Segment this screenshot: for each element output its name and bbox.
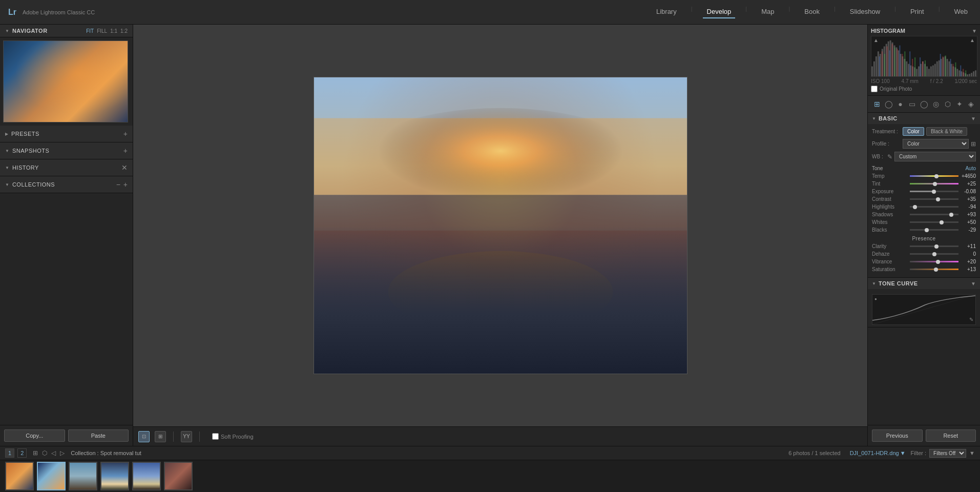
treatment-bw-btn[interactable]: Black & White [926,127,967,136]
profile-select[interactable]: Color [903,139,969,149]
treatment-color-btn[interactable]: Color [903,127,924,136]
collections-add-icon[interactable]: + [123,180,128,189]
film-thumb-1[interactable] [5,462,34,490]
histogram-clip-highlights[interactable]: ▲ [970,37,975,43]
filmstrip-nav-prev[interactable]: ◁ [50,448,57,458]
film-thumb-6[interactable] [164,462,193,490]
nav-map[interactable]: Map [757,6,778,18]
film-thumb-2[interactable] [37,462,66,490]
whites-track[interactable] [910,221,958,223]
wb-select[interactable]: Custom [894,152,976,161]
filter-area: Filter : Filters Off ▼ [911,449,975,458]
basic-panel-header[interactable]: ▼ Basic ▼ [868,113,980,124]
highlights-track[interactable] [910,206,958,208]
blacks-thumb[interactable] [925,228,929,232]
1-1-button[interactable]: 1:1 [110,28,117,34]
temp-track[interactable] [910,175,958,177]
histogram-title: Histogram [871,28,905,34]
temp-thumb[interactable] [934,174,939,178]
history-clear-icon[interactable]: ✕ [121,163,128,172]
tint-track[interactable] [910,183,958,184]
lens-correction-tool[interactable]: ◎ [930,98,942,110]
filmstrip-num-1[interactable]: 1 [5,448,14,458]
film-thumb-3[interactable] [69,462,97,490]
presets-add-icon[interactable]: + [123,130,128,138]
presets-header[interactable]: ▶ Presets + [0,126,133,142]
histogram-expand[interactable]: ▼ [972,28,977,34]
tone-curve-expand[interactable]: ▼ [971,281,976,286]
filename[interactable]: DJI_0071-HDR.dng ▼ [850,450,906,456]
filter-select[interactable]: Filters Off [929,449,966,458]
filmstrip-grid-icon[interactable]: ⊞ [32,448,39,458]
effects-tool[interactable]: ✦ [953,98,965,110]
histogram-clip-shadows[interactable]: ▲ [873,37,879,43]
snapshots-header[interactable]: ▼ Snapshots + [0,142,133,159]
nav-book[interactable]: Book [800,6,824,18]
blacks-track[interactable] [910,229,958,231]
vibrance-track[interactable] [910,261,958,262]
calibration-tool[interactable]: ◈ [965,98,977,110]
nav-develop[interactable]: Develop [703,6,736,18]
profile-grid-icon[interactable]: ⊞ [971,140,976,148]
blacks-value: -29 [961,227,976,233]
contrast-track[interactable] [910,198,958,200]
nav-web[interactable]: Web [950,6,972,18]
view-grid-tool[interactable]: ⊞ [155,431,166,442]
exposure-thumb[interactable] [932,190,936,194]
collections-minus-icon[interactable]: − [116,180,120,189]
tone-curve-header[interactable]: ▼ Tone Curve ▼ [868,278,980,289]
1-2-button[interactable]: 1:2 [120,28,128,34]
copy-button[interactable]: Copy... [4,429,65,442]
detail-tool[interactable]: ◯ [918,98,930,110]
temp-label: Temp [872,173,908,179]
vibrance-thumb[interactable] [936,260,940,264]
hsl-tool[interactable]: ● [894,98,906,110]
basic-expand[interactable]: ▼ [971,116,976,121]
clarity-thumb[interactable] [934,244,939,249]
filmstrip-num-2[interactable]: 2 [17,448,27,458]
nav-print[interactable]: Print [906,6,928,18]
shadows-thumb[interactable] [949,213,953,217]
collections-header[interactable]: ▼ Collections − + [0,176,133,193]
crop-tool[interactable]: ⊡ [138,431,150,442]
dehaze-track[interactable] [910,253,958,255]
film-thumb-4[interactable] [100,462,129,490]
wb-eyedropper[interactable]: ✎ [887,153,892,160]
filmstrip-compare-icon[interactable]: ⬡ [41,448,48,458]
tone-curve-tool[interactable]: ◯ [883,98,894,110]
nav-slideshow[interactable]: Slideshow [846,6,884,18]
clarity-track[interactable] [910,245,958,247]
contrast-thumb[interactable] [936,197,940,201]
saturation-thumb[interactable] [934,268,938,272]
paste-button[interactable]: Paste [68,429,129,442]
navigator-header[interactable]: ▼ Navigator FIT FILL 1:1 1:2 [0,25,133,37]
basic-panel-tool[interactable]: ⊞ [871,98,883,110]
history-header[interactable]: ▼ History ✕ [0,159,133,176]
exposure-track[interactable] [910,191,958,192]
highlights-thumb[interactable] [913,205,917,209]
original-photo-checkbox[interactable] [871,86,878,92]
reset-button[interactable]: Reset [926,429,976,442]
color-label-tool[interactable]: YY [181,431,192,442]
previous-button[interactable]: Previous [872,429,923,442]
tone-auto-btn[interactable]: Auto [965,166,976,171]
snapshots-add-icon[interactable]: + [123,147,128,155]
filmstrip-nav-next[interactable]: ▷ [59,448,66,458]
tint-thumb[interactable] [933,182,937,186]
svg-rect-73 [945,55,946,76]
film-thumb-5[interactable] [132,462,161,490]
dehaze-thumb[interactable] [932,252,936,256]
split-toning-tool[interactable]: ▭ [906,98,918,110]
tone-curve-edit-icon[interactable]: ✎ [969,317,973,322]
photo-count: 6 photos / 1 selected [788,450,841,456]
collections-triangle: ▼ [5,182,9,187]
shadows-track[interactable] [910,214,958,215]
soft-proofing-checkbox[interactable] [212,433,219,440]
whites-thumb[interactable] [940,220,944,224]
saturation-track[interactable] [910,269,958,270]
fit-button[interactable]: FIT [86,28,94,34]
filter-expand-icon[interactable]: ▼ [969,450,975,456]
transform-tool[interactable]: ⬡ [942,98,953,110]
nav-library[interactable]: Library [652,6,681,18]
fill-button[interactable]: FILL [97,28,107,34]
